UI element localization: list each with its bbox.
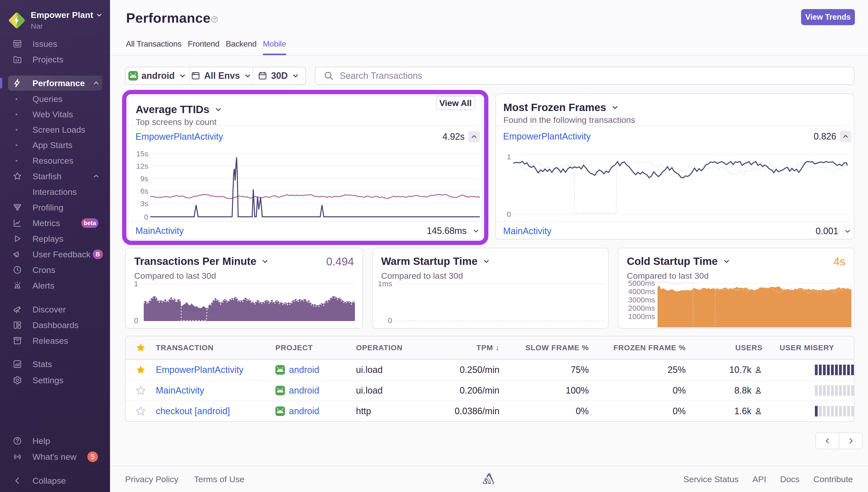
- svg-text:5000ms: 5000ms: [628, 280, 655, 287]
- svg-text:0: 0: [507, 210, 511, 218]
- svg-text:4000ms: 4000ms: [628, 287, 655, 296]
- svg-text:6s: 6s: [140, 187, 148, 195]
- svg-text:3s: 3s: [140, 199, 148, 208]
- svg-text:15s: 15s: [136, 150, 148, 158]
- svg-text:1ms: 1ms: [378, 280, 392, 288]
- svg-text:3000ms: 3000ms: [628, 296, 655, 304]
- svg-text:12s: 12s: [136, 162, 148, 170]
- svg-text:1: 1: [134, 280, 138, 288]
- svg-text:0: 0: [388, 316, 392, 324]
- svg-text:0: 0: [134, 316, 138, 324]
- svg-text:1000ms: 1000ms: [628, 312, 655, 321]
- svg-text:2000ms: 2000ms: [628, 304, 655, 312]
- svg-text:0: 0: [144, 213, 148, 221]
- svg-text:1: 1: [507, 153, 511, 161]
- svg-text:9s: 9s: [140, 174, 148, 183]
